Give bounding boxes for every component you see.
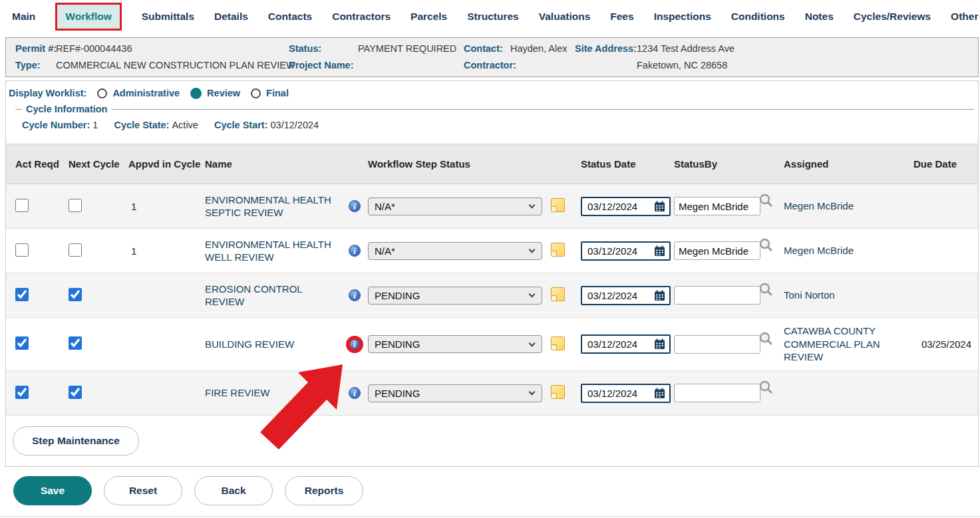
status-date-input[interactable]	[586, 289, 647, 302]
status-select-cell: N/A*	[368, 242, 551, 260]
next-cycle-checkbox[interactable]	[69, 243, 82, 257]
info-cell	[341, 318, 368, 370]
header-due-date: Due Date	[913, 158, 978, 170]
save-button[interactable]: Save	[13, 476, 92, 505]
act-reqd-checkbox[interactable]	[15, 243, 29, 257]
status-date-input[interactable]	[586, 245, 647, 257]
tab-conditions[interactable]: Conditions	[731, 11, 785, 23]
radio-circle-icon[interactable]	[251, 88, 261, 98]
tab-inspections[interactable]: Inspections	[654, 11, 711, 23]
search-icon[interactable]	[758, 281, 774, 297]
statusby-input[interactable]	[674, 197, 760, 215]
info-icon[interactable]	[349, 338, 361, 350]
next-cycle-checkbox[interactable]	[69, 336, 82, 350]
calendar-icon[interactable]	[654, 290, 665, 301]
workflow-page: Main Workflow Submittals Details Contact…	[0, 0, 980, 518]
chevron-down-icon	[529, 247, 536, 253]
calendar-icon[interactable]	[654, 338, 665, 350]
assigned-value: Toni Norton	[784, 289, 913, 302]
tab-cycles-reviews[interactable]: Cycles/Reviews	[854, 11, 931, 23]
tab-details[interactable]: Details	[214, 11, 248, 23]
info-cell	[341, 184, 368, 228]
tab-structures[interactable]: Structures	[467, 11, 519, 23]
info-icon[interactable]	[349, 289, 361, 301]
calendar-icon[interactable]	[654, 245, 665, 257]
status-by-cell	[674, 197, 784, 215]
permit-number-label: Permit #:	[15, 43, 56, 54]
status-date-cell	[581, 334, 674, 354]
display-worklist-group: Display Worklist: Administrative Review …	[6, 81, 978, 101]
status-date-field	[581, 197, 671, 216]
tab-parcels[interactable]: Parcels	[410, 11, 447, 23]
step-maintenance-area: Step Maintenance	[6, 416, 978, 466]
chevron-down-icon	[529, 389, 536, 396]
info-icon[interactable]	[349, 387, 361, 399]
status-by-cell	[674, 241, 784, 260]
statusby-input[interactable]	[674, 286, 760, 305]
status-selected-value: PENDING	[375, 388, 420, 399]
workflow-step-status-select[interactable]: PENDING	[368, 335, 542, 353]
tab-contractors[interactable]: Contractors	[332, 11, 391, 23]
note-cell	[551, 385, 581, 401]
step-name: BUILDING REVIEW	[205, 338, 341, 351]
search-icon[interactable]	[758, 237, 774, 253]
search-icon[interactable]	[758, 330, 774, 346]
status-date-input[interactable]	[586, 200, 647, 213]
calendar-icon[interactable]	[654, 201, 665, 212]
assigned-value: Megen McBride	[784, 244, 913, 257]
step-name: ENVIRONMENTAL HEALTH WELL REVIEW	[205, 238, 341, 264]
statusby-input[interactable]	[674, 241, 760, 260]
contact-label: Contact:	[464, 43, 510, 54]
next-cycle-checkbox[interactable]	[69, 288, 82, 301]
search-icon[interactable]	[758, 379, 774, 395]
step-maintenance-button[interactable]: Step Maintenance	[13, 426, 139, 455]
status-date-cell	[581, 286, 674, 305]
next-cycle-checkbox[interactable]	[69, 199, 82, 212]
note-icon[interactable]	[551, 198, 565, 212]
reports-button[interactable]: Reports	[285, 476, 363, 505]
workflow-step-status-select[interactable]: PENDING	[368, 287, 542, 305]
next-cycle-checkbox[interactable]	[69, 386, 82, 399]
statusby-input[interactable]	[674, 384, 760, 402]
header-act-reqd: Act Reqd	[15, 158, 69, 170]
back-button[interactable]: Back	[194, 476, 273, 505]
tab-main[interactable]: Main	[12, 11, 35, 23]
info-icon[interactable]	[349, 200, 361, 212]
status-by-cell	[674, 286, 784, 305]
radio-review[interactable]: Review	[190, 88, 240, 99]
act-reqd-checkbox[interactable]	[15, 199, 29, 212]
note-cell	[551, 287, 581, 303]
act-reqd-checkbox[interactable]	[15, 336, 29, 350]
tab-workflow[interactable]: Workflow	[55, 3, 121, 31]
act-reqd-checkbox[interactable]	[15, 386, 29, 399]
workflow-step-status-select[interactable]: PENDING	[368, 384, 542, 402]
tab-submittals[interactable]: Submittals	[142, 11, 194, 23]
tab-contacts[interactable]: Contacts	[268, 11, 312, 23]
act-reqd-checkbox[interactable]	[15, 288, 29, 301]
workflow-step-status-select[interactable]: N/A*	[368, 197, 542, 215]
radio-selected-icon[interactable]	[190, 88, 202, 99]
calendar-icon[interactable]	[654, 388, 665, 399]
note-icon[interactable]	[551, 243, 565, 257]
note-icon[interactable]	[551, 287, 565, 301]
radio-administrative[interactable]: Administrative	[97, 88, 180, 98]
status-date-input[interactable]	[586, 387, 647, 400]
status-date-cell	[581, 197, 674, 216]
radio-circle-icon[interactable]	[97, 88, 107, 98]
radio-final[interactable]: Final	[251, 88, 289, 98]
tab-valuations[interactable]: Valuations	[539, 11, 591, 23]
info-icon[interactable]	[349, 245, 361, 257]
tab-fees[interactable]: Fees	[610, 11, 633, 23]
tab-other-requirements[interactable]: Other Requirements	[951, 11, 980, 23]
reset-button[interactable]: Reset	[104, 476, 182, 505]
radio-final-label: Final	[266, 88, 289, 98]
display-worklist-label: Display Worklist:	[9, 88, 86, 98]
statusby-input[interactable]	[674, 335, 760, 354]
note-icon[interactable]	[551, 385, 565, 399]
search-icon[interactable]	[758, 192, 774, 208]
project-name-label: Project Name:	[289, 60, 358, 70]
note-icon[interactable]	[551, 336, 565, 350]
workflow-step-status-select[interactable]: N/A*	[368, 242, 542, 260]
tab-notes[interactable]: Notes	[805, 11, 834, 23]
status-date-input[interactable]	[586, 338, 647, 350]
